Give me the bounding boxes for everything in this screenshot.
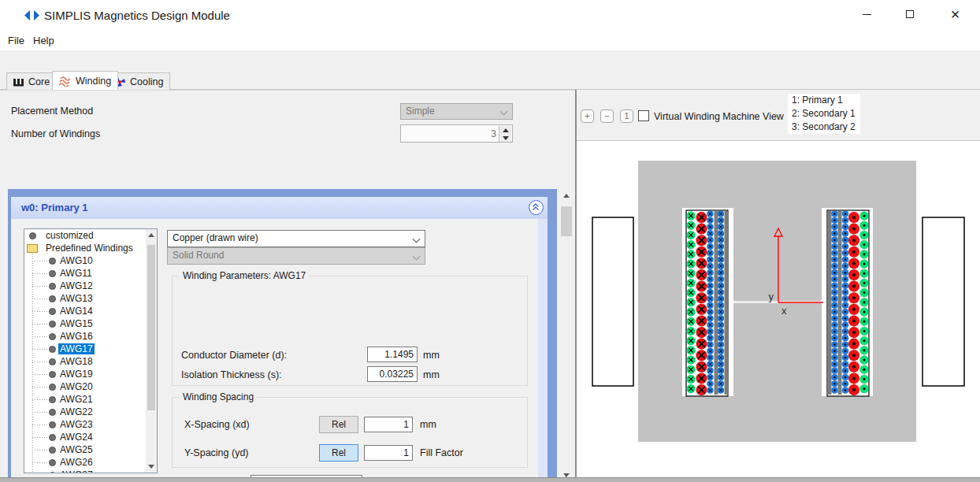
tree-item-label: AWG16 xyxy=(60,331,93,342)
winding-tree[interactable]: customizedPredefined WindingsAWG10AWG11A… xyxy=(24,228,158,473)
node-icon xyxy=(49,358,56,365)
virtual-winding-machine-label[interactable]: Virtual Winding Machine View xyxy=(654,111,784,122)
tab-winding-label: Winding xyxy=(76,76,111,87)
conductor-diameter-label: Conductor Diameter (d): xyxy=(181,350,287,361)
panel-scroll-strip[interactable] xyxy=(538,219,548,482)
y-spacing-label: Y-Spacing (yd) xyxy=(184,447,249,458)
y-spacing-rel-button[interactable]: Rel xyxy=(319,444,358,462)
tree-item-awg15[interactable]: AWG15 xyxy=(24,317,157,330)
material-select[interactable]: Copper (drawn wire) xyxy=(167,230,425,247)
tree-item-awg13[interactable]: AWG13 xyxy=(24,292,157,305)
scroll-up-icon[interactable] xyxy=(559,189,574,202)
tree-item-label: AWG17 xyxy=(58,343,95,354)
tree-item-awg27[interactable]: AWG27 xyxy=(24,469,157,473)
tree-item-awg22[interactable]: AWG22 xyxy=(24,406,157,418)
spinner-up-button xyxy=(499,126,511,134)
tree-item-label: AWG24 xyxy=(60,432,93,443)
placement-method-label: Placement Method xyxy=(11,106,93,117)
x-spacing-rel-button[interactable]: Rel xyxy=(319,416,358,433)
app-icon xyxy=(24,10,39,20)
tree-item-awg14[interactable]: AWG14 xyxy=(24,305,157,317)
tree-item-customized[interactable]: customized xyxy=(24,229,157,242)
panel-border-left xyxy=(8,197,11,482)
window-bottom-edge xyxy=(0,477,980,482)
menu-file[interactable]: File xyxy=(5,33,28,48)
tree-item-awg12[interactable]: AWG12 xyxy=(24,280,157,292)
tree-item-awg24[interactable]: AWG24 xyxy=(24,431,157,443)
tree-item-awg16[interactable]: AWG16 xyxy=(24,330,157,343)
tree-item-awg19[interactable]: AWG19 xyxy=(24,368,157,380)
isolation-thickness-unit: mm xyxy=(423,369,440,380)
right-outer-leg xyxy=(922,217,964,386)
collapse-button[interactable] xyxy=(529,200,544,215)
left-pane-scrollbar[interactable] xyxy=(559,189,574,482)
node-icon xyxy=(49,384,56,391)
tree-item-awg18[interactable]: AWG18 xyxy=(24,355,157,368)
tree-item-awg17[interactable]: AWG17 xyxy=(24,343,157,355)
chevron-down-icon xyxy=(413,235,421,243)
tab-bar: Core Winding Cooling xyxy=(0,71,980,90)
tree-item-label: AWG18 xyxy=(60,356,93,367)
node-icon xyxy=(49,447,56,454)
conductor-diameter-input[interactable]: 1.1495 xyxy=(367,347,418,362)
conductor-diameter-unit: mm xyxy=(423,350,440,361)
tree-connector xyxy=(32,374,49,375)
tree-connector xyxy=(32,437,49,438)
tree-connector xyxy=(32,261,49,261)
winding-spacing-group-title: Winding Spacing xyxy=(180,391,257,402)
node-icon xyxy=(49,295,56,302)
isolation-thickness-input[interactable]: 0.03225 xyxy=(367,366,418,382)
tree-item-label: AWG22 xyxy=(60,406,93,417)
tree-item-awg20[interactable]: AWG20 xyxy=(24,380,157,393)
tree-item-awg23[interactable]: AWG23 xyxy=(24,418,157,431)
tree-item-awg10[interactable]: AWG10 xyxy=(24,254,157,267)
tree-connector xyxy=(32,412,49,413)
tree-connector xyxy=(32,298,49,299)
tree-connector xyxy=(32,311,49,312)
window-title: SIMPLIS Magnetics Design Module xyxy=(44,9,230,22)
legend-entry: 1: Primary 1 xyxy=(788,94,860,107)
tree-item-awg11[interactable]: AWG11 xyxy=(24,267,157,280)
zoom-in-button[interactable]: + xyxy=(581,109,594,123)
tree-item-predefined-windings[interactable]: Predefined Windings xyxy=(24,242,157,254)
x-spacing-input[interactable]: 1 xyxy=(364,417,413,432)
zoom-reset-button[interactable]: 1 xyxy=(620,109,633,123)
number-of-windings-value: 3 xyxy=(491,128,496,139)
legend-entry: 2: Secondary 1 xyxy=(788,107,860,120)
zoom-out-button[interactable]: − xyxy=(600,109,614,123)
winding-view-canvas: y x xyxy=(577,140,980,477)
node-icon xyxy=(49,308,56,315)
tree-item-label: AWG23 xyxy=(60,419,93,430)
chevron-down-icon xyxy=(413,253,421,261)
panel-border-top xyxy=(8,189,557,197)
tree-item-awg25[interactable]: AWG25 xyxy=(24,443,157,456)
tree-connector xyxy=(32,286,49,287)
panel-title: w0: Primary 1 xyxy=(21,202,88,213)
minimize-button[interactable] xyxy=(849,0,885,30)
menu-help[interactable]: Help xyxy=(30,33,58,48)
y-spacing-input[interactable]: 1 xyxy=(364,445,413,461)
winding-parameters-group-title: Winding Parameters: AWG17 xyxy=(180,270,309,281)
maximize-button[interactable] xyxy=(893,0,928,30)
tab-core[interactable]: Core xyxy=(6,72,57,90)
close-icon: × xyxy=(951,6,960,23)
tree-item-label: AWG14 xyxy=(60,306,93,317)
panel-border-right xyxy=(548,197,557,482)
winding-legend: 1: Primary 12: Secondary 13: Secondary 2 xyxy=(788,94,860,134)
virtual-winding-machine-checkbox[interactable] xyxy=(638,110,649,121)
tree-item-label: AWG27 xyxy=(60,469,93,473)
tree-item-label: AWG12 xyxy=(60,280,93,291)
triangle-up-icon xyxy=(503,128,509,132)
node-icon xyxy=(49,258,56,265)
tree-connector xyxy=(32,387,49,387)
node-icon xyxy=(49,321,56,328)
winding-cross-section: y x xyxy=(577,141,979,477)
tab-winding[interactable]: Winding xyxy=(52,71,118,90)
tree-connector xyxy=(32,349,49,350)
tree-connector xyxy=(32,425,49,425)
close-button[interactable]: × xyxy=(937,0,973,30)
tree-item-awg26[interactable]: AWG26 xyxy=(24,456,157,469)
left-pane-scroll-thumb[interactable] xyxy=(561,206,572,236)
tree-item-awg21[interactable]: AWG21 xyxy=(24,393,157,406)
tree-item-label: AWG13 xyxy=(60,293,93,304)
